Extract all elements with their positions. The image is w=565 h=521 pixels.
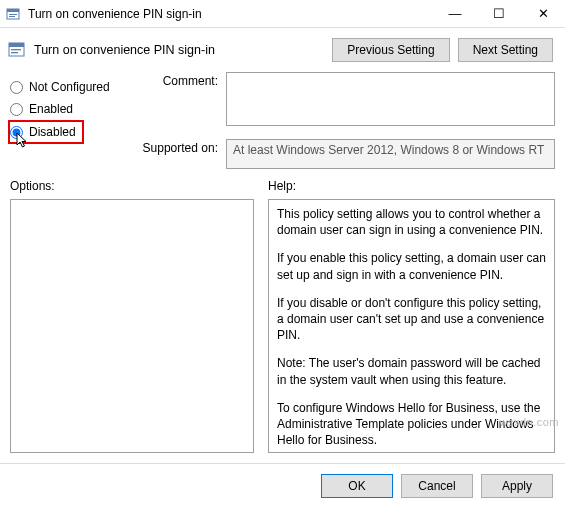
svg-rect-1 <box>7 9 19 12</box>
apply-button[interactable]: Apply <box>481 474 553 498</box>
help-paragraph: Note: The user's domain password will be… <box>277 355 546 387</box>
options-pane[interactable] <box>10 199 254 453</box>
supported-on-text: At least Windows Server 2012, Windows 8 … <box>233 143 544 157</box>
header: Turn on convenience PIN sign-in Previous… <box>0 28 565 70</box>
radio-enabled-label: Enabled <box>29 102 73 116</box>
dialog-footer: OK Cancel Apply <box>0 463 565 508</box>
radio-not-configured-label: Not Configured <box>29 80 110 94</box>
window-buttons: — ☐ ✕ <box>433 0 565 28</box>
supported-on-value: At least Windows Server 2012, Windows 8 … <box>226 139 555 169</box>
radio-disabled-label: Disabled <box>29 125 76 139</box>
titlebar: Turn on convenience PIN sign-in — ☐ ✕ <box>0 0 565 28</box>
help-paragraph: If you enable this policy setting, a dom… <box>277 250 546 282</box>
policy-icon <box>6 6 22 22</box>
svg-rect-3 <box>9 16 15 17</box>
minimize-button[interactable]: — <box>433 0 477 28</box>
svg-rect-6 <box>11 49 21 50</box>
help-pane[interactable]: This policy setting allows you to contro… <box>268 199 555 453</box>
radio-not-configured-input[interactable] <box>10 81 23 94</box>
help-paragraph: This policy setting allows you to contro… <box>277 206 546 238</box>
maximize-button[interactable]: ☐ <box>477 0 521 28</box>
state-radios: Not Configured Enabled Disabled <box>0 72 118 144</box>
svg-rect-5 <box>9 43 24 47</box>
svg-rect-7 <box>11 52 18 53</box>
previous-setting-button[interactable]: Previous Setting <box>332 38 449 62</box>
comment-label: Comment: <box>118 72 226 129</box>
radio-disabled[interactable]: Disabled <box>10 124 76 140</box>
cancel-button[interactable]: Cancel <box>401 474 473 498</box>
radio-disabled-input[interactable] <box>10 126 23 139</box>
help-label: Help: <box>268 179 555 193</box>
help-paragraph: If you disable or don't configure this p… <box>277 295 546 344</box>
radio-disabled-highlight: Disabled <box>8 120 84 144</box>
window-title: Turn on convenience PIN sign-in <box>28 7 433 21</box>
radio-not-configured[interactable]: Not Configured <box>10 76 118 98</box>
radio-enabled-input[interactable] <box>10 103 23 116</box>
supported-on-label: Supported on: <box>118 139 226 169</box>
next-setting-button[interactable]: Next Setting <box>458 38 553 62</box>
options-label: Options: <box>10 179 254 193</box>
ok-button[interactable]: OK <box>321 474 393 498</box>
comment-input[interactable] <box>226 72 555 126</box>
close-button[interactable]: ✕ <box>521 0 565 28</box>
policy-title: Turn on convenience PIN sign-in <box>34 43 332 57</box>
watermark: wsxdn.com <box>499 416 559 428</box>
policy-icon <box>8 41 28 59</box>
radio-enabled[interactable]: Enabled <box>10 98 118 120</box>
svg-rect-2 <box>9 14 17 15</box>
